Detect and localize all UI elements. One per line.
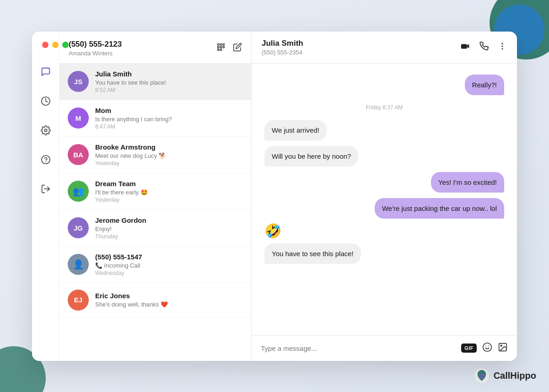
conv-info: Dream Team I'll be there early 🤩 Yesterd… [95, 180, 243, 203]
avatar: BA [68, 144, 89, 165]
svg-rect-14 [220, 49, 221, 50]
conv-preview: Enjoy! [95, 226, 243, 232]
avatar: EJ [68, 290, 89, 311]
close-button[interactable] [42, 42, 48, 48]
branding: CallHippo [474, 367, 536, 384]
chat-header-info: Julia Smith (550) 555-2354 [262, 39, 303, 56]
conv-time: Thursday [95, 233, 243, 240]
chat-input-area: GIF [252, 335, 517, 361]
conv-time: Yesterday [95, 160, 243, 166]
conversations-panel: (550) 555-2123 Amanda Winters [59, 32, 252, 361]
chat-panel: Julia Smith (550) 555-2354 [252, 32, 517, 361]
conv-name: Eric Jones [95, 292, 243, 300]
conv-time: Yesterday [95, 197, 243, 203]
message-bubble: We're just packing the car up now.. lol [375, 198, 504, 219]
conv-preview: 📞 Incoming Call [95, 262, 243, 269]
chat-header: Julia Smith (550) 555-2354 [252, 32, 517, 64]
panel-header: (550) 555-2123 Amanda Winters [59, 32, 251, 64]
branding-label: CallHippo [494, 371, 536, 381]
maximize-button[interactable] [62, 42, 69, 48]
panel-phone-number: (550) 555-2123 [69, 40, 122, 49]
message-bubble: We just arrived! [264, 120, 327, 140]
video-call-icon[interactable] [460, 41, 470, 54]
avatar: JG [68, 217, 89, 238]
message-timestamp: Friday 8:37 AM [264, 104, 504, 111]
svg-rect-12 [223, 46, 224, 48]
conv-name: Mom [95, 107, 243, 114]
chat-contact-phone: (550) 555-2354 [262, 49, 303, 56]
message-emoji: 🤣 [264, 224, 281, 238]
conv-time: 8:52 AM [95, 87, 243, 93]
svg-point-16 [501, 43, 503, 44]
conv-time: Wednesday [95, 270, 243, 276]
panel-user-name: Amanda Winters [69, 50, 122, 57]
panel-header-actions [216, 43, 242, 54]
list-item[interactable]: EJ Eric Jones She's doing well, thanks ❤… [59, 283, 251, 317]
sidebar-item-help[interactable] [38, 151, 54, 168]
svg-point-19 [483, 343, 491, 351]
conv-info: Eric Jones She's doing well, thanks ❤️ [95, 292, 243, 308]
traffic-lights [42, 42, 69, 48]
conv-preview: She's doing well, thanks ❤️ [95, 301, 243, 308]
message-bubble: Really?! [465, 75, 504, 95]
sidebar-item-logout[interactable] [38, 181, 54, 197]
list-item[interactable]: BA Brooke Armstrong Meet our new dog Luc… [59, 137, 251, 173]
sidebar-item-chat[interactable] [38, 64, 54, 80]
panel-header-info: (550) 555-2123 Amanda Winters [69, 40, 122, 57]
conv-preview: Is there anything I can bring? [95, 116, 243, 123]
minimize-button[interactable] [52, 42, 59, 48]
conv-preview: You have to see this place! [95, 79, 243, 86]
sidebar-nav [32, 32, 59, 361]
gif-button[interactable]: GIF [461, 344, 477, 353]
svg-rect-11 [220, 46, 221, 48]
avatar: JS [68, 71, 89, 92]
svg-point-18 [501, 48, 503, 49]
sidebar-item-settings[interactable] [38, 122, 54, 139]
conversation-list: JS Julia Smith You have to see this plac… [59, 64, 251, 361]
svg-rect-9 [223, 43, 224, 45]
avatar: 👤 [68, 254, 89, 275]
svg-rect-15 [461, 44, 467, 48]
phone-icon-small: 📞 [95, 262, 102, 269]
conv-info: Mom Is there anything I can bring? 8:47 … [95, 107, 243, 130]
svg-point-23 [501, 345, 502, 346]
list-item[interactable]: 👤 (550) 555-1547 📞 Incoming Call Wednesd… [59, 247, 251, 283]
more-options-icon[interactable] [498, 42, 507, 53]
conv-name: Julia Smith [95, 70, 243, 78]
callhippo-logo-icon [474, 367, 490, 384]
conv-info: Brooke Armstrong Meet our new dog Lucy 🐕… [95, 143, 243, 166]
message-input[interactable] [261, 344, 456, 352]
conv-preview: Meet our new dog Lucy 🐕 [95, 152, 243, 159]
list-item[interactable]: 👥 Dream Team I'll be there early 🤩 Yeste… [59, 173, 251, 210]
conv-name: Jerome Gordon [95, 216, 243, 224]
app-window: (550) 555-2123 Amanda Winters [32, 32, 517, 361]
conv-info: (550) 555-1547 📞 Incoming Call Wednesday [95, 253, 243, 276]
conv-time: 8:47 AM [95, 124, 243, 130]
svg-point-3 [44, 129, 47, 132]
conv-preview: I'll be there early 🤩 [95, 189, 243, 196]
dialpad-icon[interactable] [216, 43, 226, 54]
sidebar-item-analytics[interactable] [38, 93, 54, 109]
conv-info: Julia Smith You have to see this place! … [95, 70, 243, 93]
emoji-picker-icon[interactable] [482, 342, 492, 354]
conv-name: Dream Team [95, 180, 243, 188]
message-bubble: Yes! I'm so excited! [431, 172, 504, 193]
avatar: 👥 [68, 181, 89, 202]
image-upload-icon[interactable] [498, 342, 508, 354]
chat-messages: Really?! Friday 8:37 AM We just arrived!… [252, 64, 517, 335]
message-bubble: You have to see this place! [264, 243, 361, 264]
list-item[interactable]: M Mom Is there anything I can bring? 8:4… [59, 100, 251, 137]
chat-contact-name: Julia Smith [262, 39, 303, 48]
svg-rect-8 [220, 43, 221, 45]
phone-call-icon[interactable] [479, 42, 489, 53]
conv-name: (550) 555-1547 [95, 253, 243, 261]
svg-rect-7 [218, 43, 219, 45]
svg-rect-13 [218, 49, 219, 50]
svg-rect-10 [218, 46, 219, 48]
list-item[interactable]: JS Julia Smith You have to see this plac… [59, 64, 251, 100]
compose-icon[interactable] [233, 43, 242, 54]
message-bubble: Will you be here by noon? [264, 146, 358, 166]
list-item[interactable]: JG Jerome Gordon Enjoy! Thursday [59, 210, 251, 247]
svg-point-17 [501, 45, 503, 47]
conv-info: Jerome Gordon Enjoy! Thursday [95, 216, 243, 240]
